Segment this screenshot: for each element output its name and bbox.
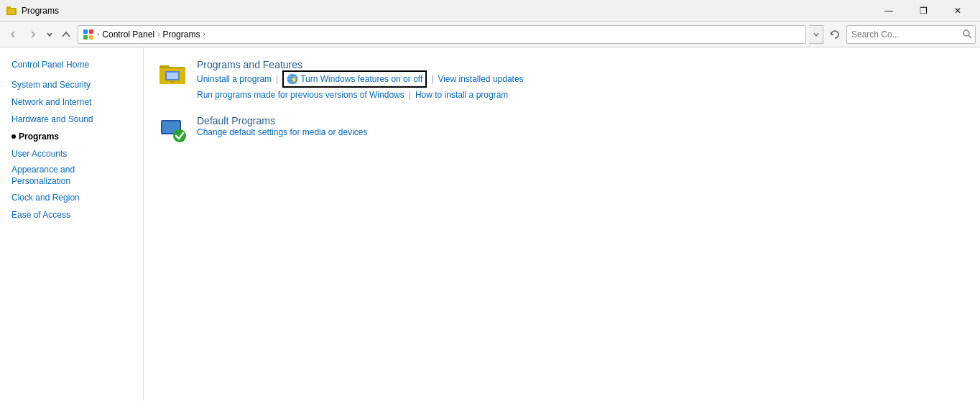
sidebar: Control Panel Home System and Security N…: [0, 47, 144, 401]
sidebar-item-programs-label: Programs: [19, 130, 59, 143]
main-layout: Control Panel Home System and Security N…: [0, 47, 980, 401]
svg-point-22: [173, 129, 186, 142]
sidebar-item-ease-access[interactable]: Ease of Access: [0, 206, 143, 223]
title-bar: Programs — ❐ ✕: [0, 0, 980, 22]
search-box[interactable]: [846, 25, 976, 44]
path-arrow-2: ›: [157, 30, 160, 38]
svg-rect-6: [89, 35, 93, 40]
run-programs-previous-link[interactable]: Run programs made for previous versions …: [197, 89, 405, 101]
svg-rect-4: [89, 29, 93, 34]
programs-features-title[interactable]: Programs and Features: [197, 59, 302, 70]
path-segment-programs: Programs: [162, 29, 200, 40]
svg-point-7: [963, 30, 969, 36]
refresh-icon: [830, 29, 840, 40]
forward-button[interactable]: [24, 26, 42, 43]
search-button[interactable]: [962, 29, 972, 40]
windows-features-icon: [287, 73, 298, 85]
default-programs-icon-svg: [158, 116, 187, 143]
title-bar-left: Programs: [6, 5, 59, 17]
window-icon: [6, 5, 17, 17]
minimize-button[interactable]: —: [872, 0, 905, 22]
programs-features-section: Programs and Features Uninstall a progra…: [158, 59, 966, 101]
close-button[interactable]: ✕: [941, 0, 974, 22]
sidebar-item-user-accounts[interactable]: User Accounts: [0, 145, 143, 162]
svg-rect-13: [167, 73, 178, 79]
path-arrow-1: ›: [97, 30, 99, 38]
view-installed-updates-link[interactable]: View installed updates: [438, 73, 523, 85]
address-path[interactable]: › Control Panel › Programs ›: [78, 25, 806, 44]
up-icon: [61, 29, 71, 40]
separator-2: |: [431, 74, 433, 84]
sidebar-item-network-internet[interactable]: Network and Internet: [0, 93, 143, 111]
turn-windows-features-link[interactable]: Turn Windows features on or off: [282, 70, 427, 88]
sidebar-item-hardware-sound[interactable]: Hardware and Sound: [0, 111, 143, 128]
programs-icon-svg: [158, 60, 187, 87]
address-bar: › Control Panel › Programs ›: [0, 22, 980, 47]
programs-features-body: Programs and Features Uninstall a progra…: [197, 59, 524, 101]
sidebar-item-system-security[interactable]: System and Security: [0, 76, 143, 93]
back-button[interactable]: [4, 26, 22, 43]
dropdown-icon: [47, 32, 52, 37]
svg-rect-2: [8, 9, 15, 14]
maximize-button[interactable]: ❐: [907, 0, 940, 22]
dropdown-arrow-button[interactable]: [45, 26, 55, 43]
how-to-install-link[interactable]: How to install a program: [415, 89, 508, 101]
search-icon: [962, 29, 972, 39]
up-button[interactable]: [57, 26, 75, 43]
default-programs-icon: [158, 115, 187, 144]
default-programs-title[interactable]: Default Programs: [197, 115, 275, 126]
turn-windows-features-label: Turn Windows features on or off: [300, 74, 422, 84]
address-dropdown-button[interactable]: [809, 25, 823, 44]
svg-rect-14: [170, 81, 175, 83]
sidebar-item-control-panel-home[interactable]: Control Panel Home: [0, 56, 143, 73]
address-dropdown-icon: [813, 32, 819, 37]
path-segment-control-panel: Control Panel: [102, 29, 154, 40]
back-icon: [9, 30, 17, 39]
change-default-settings-link[interactable]: Change default settings for media or dev…: [197, 126, 367, 138]
default-programs-links: Change default settings for media or dev…: [197, 126, 367, 138]
sidebar-item-clock-region[interactable]: Clock and Region: [0, 189, 143, 206]
sidebar-item-appearance-personalization[interactable]: Appearance andPersonalization: [0, 162, 143, 189]
path-arrow-3: ›: [203, 30, 205, 38]
search-input[interactable]: [851, 29, 959, 40]
programs-features-icon: [158, 59, 187, 88]
svg-rect-1: [6, 6, 11, 9]
svg-rect-5: [83, 35, 88, 40]
programs-features-links: Uninstall a program |: [197, 70, 524, 88]
forward-icon: [29, 30, 37, 39]
programs-features-links-2: Run programs made for previous versions …: [197, 89, 524, 101]
content-area: Programs and Features Uninstall a progra…: [144, 47, 980, 401]
sidebar-item-programs-current[interactable]: Programs: [0, 128, 143, 145]
svg-rect-3: [83, 29, 88, 34]
svg-line-8: [969, 35, 971, 38]
control-panel-icon: [83, 29, 94, 40]
bullet-icon: [11, 134, 16, 139]
separator-3: |: [409, 90, 411, 100]
uninstall-program-link[interactable]: Uninstall a program: [197, 73, 272, 85]
default-programs-body: Default Programs Change default settings…: [197, 115, 367, 138]
default-programs-section: Default Programs Change default settings…: [158, 115, 966, 144]
separator-1: |: [276, 74, 278, 84]
window-controls: — ❐ ✕: [872, 0, 974, 22]
refresh-button[interactable]: [826, 26, 843, 43]
window-title: Programs: [22, 6, 59, 16]
